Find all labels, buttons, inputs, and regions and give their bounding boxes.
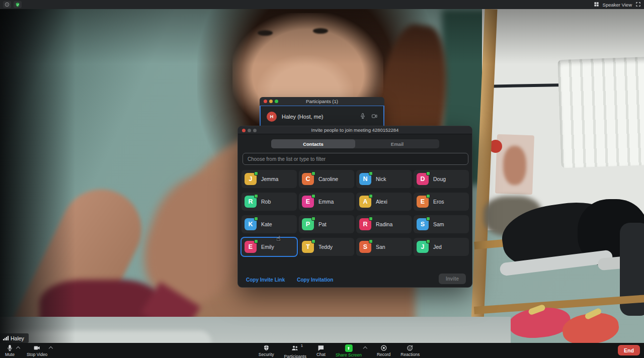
contact-tile[interactable]: E Emma xyxy=(299,193,354,211)
minimize-icon[interactable] xyxy=(269,100,273,103)
presence-badge-icon xyxy=(311,194,315,198)
copy-invitation-button[interactable]: Copy Invitation xyxy=(297,277,333,283)
presence-badge-icon xyxy=(254,194,258,198)
speaker-view-button[interactable]: Speaker View xyxy=(603,2,632,8)
invite-dialog: Invite people to join meeting 4280152284… xyxy=(237,126,472,288)
contact-avatar: S xyxy=(359,241,371,253)
reactions-button[interactable]: Reactions xyxy=(400,344,420,357)
participants-panel: Participants (1) H Haley (Host, me) xyxy=(260,97,384,128)
participants-count: 1 xyxy=(301,343,303,348)
top-bar: Speaker View xyxy=(0,0,644,9)
video-status-icon xyxy=(371,112,378,121)
contact-initial: E xyxy=(249,243,253,250)
zoom-window-icon[interactable] xyxy=(253,129,257,132)
info-icon[interactable] xyxy=(3,1,11,8)
contact-avatar: N xyxy=(359,173,371,185)
contact-tile[interactable]: N Nick xyxy=(356,170,412,188)
contact-tile[interactable]: R Radina xyxy=(356,215,412,233)
tab-email[interactable]: Email xyxy=(355,139,439,148)
presence-badge-icon xyxy=(311,217,315,221)
invite-button[interactable]: Invite xyxy=(439,274,466,284)
video-options-chevron-icon[interactable] xyxy=(49,346,53,350)
contact-tile[interactable]: P Pat xyxy=(299,215,354,233)
share-screen-icon xyxy=(345,344,352,352)
contact-tile[interactable]: K Kate xyxy=(242,215,297,233)
end-meeting-button[interactable]: End xyxy=(618,345,640,355)
security-label: Security xyxy=(259,352,274,357)
zoom-window-icon[interactable] xyxy=(275,100,278,103)
participant-name-tag: Haley xyxy=(0,333,29,343)
fullscreen-icon[interactable] xyxy=(635,0,641,9)
window-traffic-lights[interactable] xyxy=(264,100,278,103)
contact-name: Eros xyxy=(433,199,444,205)
contact-tile[interactable]: J Jemma xyxy=(242,170,297,188)
contact-avatar: P xyxy=(302,218,314,230)
contact-tile[interactable]: A Alexi xyxy=(356,193,412,211)
contact-tile[interactable]: S Sam xyxy=(414,215,469,233)
contact-avatar: R xyxy=(245,196,257,208)
contact-initial: J xyxy=(421,243,425,250)
window-traffic-lights[interactable] xyxy=(242,129,257,132)
mute-button[interactable]: Mute xyxy=(5,344,15,357)
participants-button[interactable]: 1 Participants xyxy=(284,344,306,358)
mic-status-icon xyxy=(360,112,366,121)
audio-signal-icon xyxy=(3,336,9,340)
chat-button[interactable]: Chat xyxy=(316,344,326,357)
chat-icon xyxy=(317,344,325,351)
stop-video-button[interactable]: Stop Video xyxy=(27,344,47,357)
invite-titlebar[interactable]: Invite people to join meeting 4280152284 xyxy=(238,126,472,134)
minimize-icon[interactable] xyxy=(248,129,251,132)
contact-avatar: S xyxy=(417,218,429,230)
tab-contacts[interactable]: Contacts xyxy=(271,139,355,148)
contact-tile[interactable]: R Rob xyxy=(242,193,297,211)
copy-invite-link-button[interactable]: Copy Invite Link xyxy=(246,277,285,283)
close-icon[interactable] xyxy=(264,100,267,103)
contact-tile[interactable]: D Doug xyxy=(414,170,469,188)
participants-titlebar[interactable]: Participants (1) xyxy=(260,97,384,106)
close-icon[interactable] xyxy=(242,129,246,132)
contact-name: Rob xyxy=(261,199,271,205)
contact-avatar: C xyxy=(302,173,314,185)
contact-tile[interactable]: E Eros xyxy=(414,193,469,211)
contact-filter-input[interactable] xyxy=(243,153,468,165)
mute-options-chevron-icon[interactable] xyxy=(16,346,20,350)
shield-icon xyxy=(263,344,270,351)
contact-initial: R xyxy=(363,221,367,228)
contact-avatar: T xyxy=(302,241,314,253)
presence-badge-icon xyxy=(426,217,430,221)
presence-badge-icon xyxy=(369,171,373,175)
presence-badge-icon xyxy=(254,239,258,243)
contacts-grid: J Jemma C Caroline N Nick D Doug R Rob E xyxy=(242,170,469,256)
contact-tile[interactable]: E Emily xyxy=(242,238,297,256)
video-camera-icon xyxy=(33,344,41,351)
record-icon xyxy=(380,344,387,351)
contact-avatar: J xyxy=(417,241,429,253)
meeting-toolbar: Mute Stop Video Security 1 Participants … xyxy=(0,343,644,358)
name-tag-label: Haley xyxy=(11,335,24,341)
invite-title: Invite people to join meeting 4280152284 xyxy=(311,127,399,133)
contact-initial: S xyxy=(421,221,425,228)
contact-name: Nick xyxy=(376,176,386,182)
presence-badge-icon xyxy=(369,194,373,198)
share-options-chevron-icon[interactable] xyxy=(363,346,367,350)
participants-icon xyxy=(291,344,299,351)
contact-tile[interactable]: S San xyxy=(356,238,412,256)
contact-tile[interactable]: C Caroline xyxy=(299,170,354,188)
invite-footer: Copy Invite Link Copy Invitation xyxy=(246,277,333,283)
security-button[interactable]: Security xyxy=(259,344,274,357)
contact-name: Kate xyxy=(261,221,272,227)
contact-name: San xyxy=(376,244,385,250)
share-screen-button[interactable]: Share Screen xyxy=(336,344,362,357)
participants-label: Participants xyxy=(284,354,306,358)
mute-label: Mute xyxy=(5,352,15,357)
encryption-shield-icon[interactable] xyxy=(14,1,22,8)
contact-tile[interactable]: J Jed xyxy=(414,238,469,256)
record-button[interactable]: Record xyxy=(377,344,390,357)
contact-avatar: E xyxy=(245,241,257,253)
contact-initial: N xyxy=(363,175,367,183)
participant-row[interactable]: H Haley (Host, me) xyxy=(260,106,384,128)
presence-badge-icon xyxy=(426,171,430,175)
contact-name: Jed xyxy=(433,244,442,250)
presence-badge-icon xyxy=(426,194,430,198)
contact-tile[interactable]: T Teddy xyxy=(299,238,354,256)
